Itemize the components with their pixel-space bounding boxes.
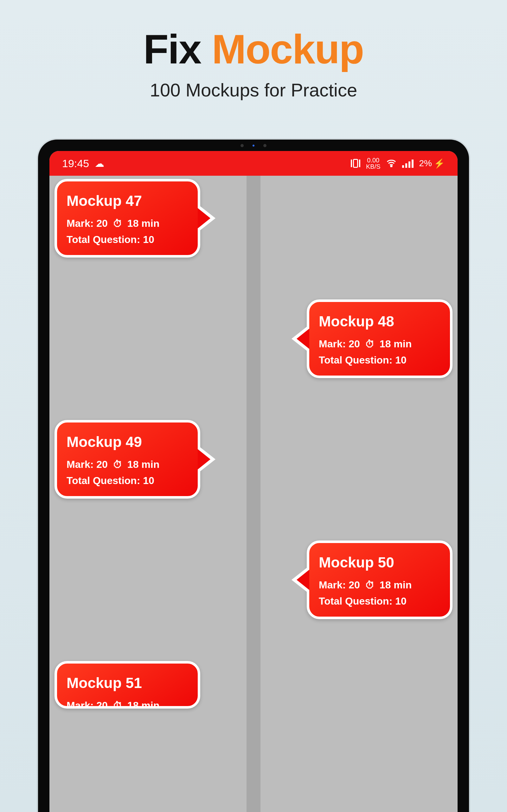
mockup-title: Mockup 49 <box>66 433 188 450</box>
card-pointer-icon <box>198 445 216 473</box>
svg-point-0 <box>391 165 392 167</box>
battery-status: 2% ⚡ <box>419 158 445 169</box>
cloud-icon: ☁ <box>95 158 104 169</box>
mockup-meta: Mark: 20 ⏱ 18 min <box>66 700 188 709</box>
mark-label: Mark: 20 <box>319 338 360 350</box>
mark-label: Mark: 20 <box>66 217 108 229</box>
duration-label: 18 min <box>380 338 412 350</box>
card-pointer-icon <box>291 566 309 594</box>
status-left: 19:45 ☁ <box>62 157 104 170</box>
promo-header: Fix Mockup 100 Mockups for Practice <box>0 0 507 101</box>
promo-subtitle: 100 Mockups for Practice <box>0 79 507 101</box>
total-questions: Total Question: 10 <box>319 595 441 607</box>
mockup-card[interactable]: Mockup 49 Mark: 20 ⏱ 18 min Total Questi… <box>55 420 200 499</box>
promo-title: Fix Mockup <box>0 26 507 73</box>
mark-label: Mark: 20 <box>66 459 108 470</box>
card-pointer-icon <box>198 671 200 699</box>
mockup-meta: Mark: 20 ⏱ 18 min <box>319 338 441 350</box>
mark-label: Mark: 20 <box>66 700 108 709</box>
vibrate-icon <box>351 159 360 168</box>
timer-icon: ⏱ <box>365 580 375 591</box>
duration-label: 18 min <box>127 459 159 470</box>
total-questions: Total Question: 10 <box>319 354 441 366</box>
card-pointer-icon <box>291 325 309 353</box>
mockup-card[interactable]: Mockup 50 Mark: 20 ⏱ 18 min Total Questi… <box>307 541 452 619</box>
promo-title-mockup: Mockup <box>212 26 363 72</box>
promo-title-fix: Fix <box>143 26 212 72</box>
mockup-card[interactable]: Mockup 51 Mark: 20 ⏱ 18 min Total Questi… <box>55 661 200 709</box>
mockup-card[interactable]: Mockup 48 Mark: 20 ⏱ 18 min Total Questi… <box>307 299 452 378</box>
total-questions: Total Question: 10 <box>66 234 188 246</box>
timeline-divider <box>246 176 261 812</box>
mockup-card[interactable]: Mockup 47 Mark: 20 ⏱ 18 min Total Questi… <box>55 179 200 258</box>
mockup-meta: Mark: 20 ⏱ 18 min <box>66 217 188 229</box>
card-pointer-icon <box>198 204 216 232</box>
mockup-meta: Mark: 20 ⏱ 18 min <box>319 579 441 591</box>
status-bar: 19:45 ☁ 0.00 KB/S 2% ⚡ <box>49 151 458 176</box>
total-questions: Total Question: 10 <box>66 475 188 487</box>
duration-label: 18 min <box>127 700 159 709</box>
tablet-frame: 19:45 ☁ 0.00 KB/S 2% ⚡ <box>38 140 469 812</box>
status-right: 0.00 KB/S 2% ⚡ <box>351 157 445 170</box>
timer-icon: ⏱ <box>365 339 375 350</box>
network-speed: 0.00 KB/S <box>366 157 381 170</box>
charging-icon: ⚡ <box>434 158 445 169</box>
mockup-title: Mockup 47 <box>66 192 188 209</box>
mockup-title: Mockup 48 <box>319 313 441 330</box>
wifi-icon <box>386 157 396 170</box>
tablet-screen: 19:45 ☁ 0.00 KB/S 2% ⚡ <box>49 151 458 812</box>
timer-icon: ⏱ <box>113 459 122 470</box>
duration-label: 18 min <box>380 579 412 591</box>
mockup-title: Mockup 50 <box>319 554 441 571</box>
signal-icon <box>402 159 413 168</box>
mockup-title: Mockup 51 <box>66 674 188 692</box>
duration-label: 18 min <box>127 217 159 229</box>
status-time: 19:45 <box>62 157 89 170</box>
mockup-list[interactable]: Mockup 47 Mark: 20 ⏱ 18 min Total Questi… <box>49 176 458 812</box>
mockup-meta: Mark: 20 ⏱ 18 min <box>66 459 188 470</box>
tablet-camera-notch <box>222 144 285 147</box>
mark-label: Mark: 20 <box>319 579 360 591</box>
timer-icon: ⏱ <box>113 700 122 709</box>
timer-icon: ⏱ <box>113 218 122 229</box>
